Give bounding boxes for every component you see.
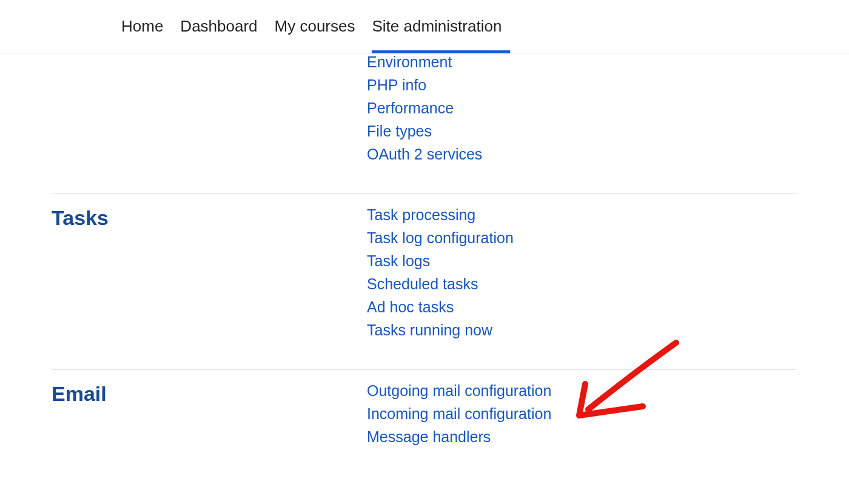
link-tasks-running-now[interactable]: Tasks running now [367,321,514,339]
link-performance[interactable]: Performance [367,99,482,117]
section-links-server: Environment PHP info Performance File ty… [367,53,482,163]
link-incoming-mail-configuration[interactable]: Incoming mail configuration [367,405,551,423]
nav-home[interactable]: Home [121,0,163,53]
content-area: Environment PHP info Performance File ty… [0,53,849,500]
link-ad-hoc-tasks[interactable]: Ad hoc tasks [367,298,514,316]
section-server-partial: Environment PHP info Performance File ty… [52,53,797,194]
section-links-email: Outgoing mail configuration Incoming mai… [367,382,551,446]
section-heading-tasks[interactable]: Tasks [52,206,367,230]
link-oauth2-services[interactable]: OAuth 2 services [367,146,482,163]
section-heading-email[interactable]: Email [52,382,367,406]
link-task-log-configuration[interactable]: Task log configuration [367,229,514,247]
section-links-tasks: Task processing Task log configuration T… [367,206,514,339]
section-title-column: Tasks [52,206,367,339]
link-php-info[interactable]: PHP info [367,76,482,94]
nav-my-courses[interactable]: My courses [275,0,355,53]
link-task-processing[interactable]: Task processing [367,206,514,224]
link-scheduled-tasks[interactable]: Scheduled tasks [367,275,514,293]
section-email: Email Outgoing mail configuration Incomi… [52,370,797,476]
nav-dashboard[interactable]: Dashboard [180,0,257,53]
link-environment[interactable]: Environment [367,53,482,71]
nav-site-administration[interactable]: Site administration [372,0,502,53]
section-title-column [52,53,367,163]
section-title-column: Email [52,382,367,446]
link-message-handlers[interactable]: Message handlers [367,428,551,446]
top-navbar: Home Dashboard My courses Site administr… [0,0,849,53]
link-file-types[interactable]: File types [367,123,482,140]
section-tasks: Tasks Task processing Task log configura… [52,194,797,370]
link-outgoing-mail-configuration[interactable]: Outgoing mail configuration [367,382,551,400]
link-task-logs[interactable]: Task logs [367,252,514,270]
